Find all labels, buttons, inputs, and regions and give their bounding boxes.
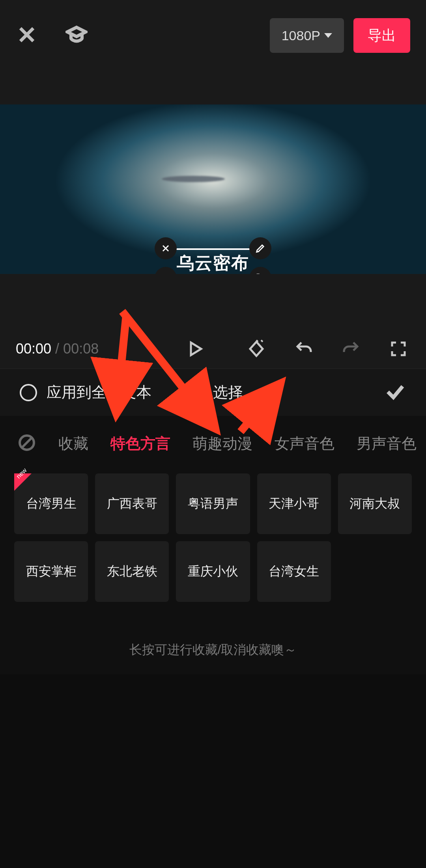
voice-option[interactable]: 东北老铁 [95, 541, 169, 602]
voice-tabs: 收藏 特色方言 萌趣动漫 女声音色 男声音色 [0, 428, 426, 459]
fullscreen-button[interactable] [389, 339, 408, 358]
voice-label: 粤语男声 [188, 495, 238, 512]
time-separator: / [51, 341, 63, 357]
voice-grid: 台湾男生 广西表哥 粤语男声 天津小哥 河南大叔 西安掌柜 东北老铁 重庆小伙 … [0, 459, 426, 606]
confirm-button[interactable] [384, 381, 406, 404]
voice-label: 西安掌柜 [26, 563, 77, 580]
export-button[interactable]: 导出 [353, 18, 410, 53]
caption-delete-handle[interactable] [155, 237, 177, 259]
hint-text: 长按可进行收藏/取消收藏噢～ [0, 606, 426, 674]
caret-down-icon [324, 33, 332, 38]
voice-label: 广西表哥 [107, 495, 157, 512]
header-spacer [0, 67, 426, 104]
transport-controls [99, 339, 410, 358]
caption-frame: 乌云密布 [166, 248, 260, 274]
close-icon[interactable] [16, 24, 38, 47]
voice-option[interactable]: 粤语男声 [176, 473, 250, 534]
header-left-group [16, 24, 88, 47]
header-right-group: 1080P 导出 [270, 18, 410, 53]
redo-button[interactable] [342, 339, 361, 358]
voice-label: 台湾女生 [269, 563, 319, 580]
voice-label: 重庆小伙 [188, 563, 238, 580]
tab-dialect[interactable]: 特色方言 [110, 434, 170, 454]
preview-decor [162, 176, 225, 182]
resolution-label: 1080P [282, 28, 320, 43]
undo-button[interactable] [294, 339, 313, 358]
resolution-selector[interactable]: 1080P [270, 18, 344, 53]
voice-option[interactable]: 广西表哥 [95, 473, 169, 534]
panel-header: 应用到全部文本 音色选择 [0, 369, 426, 416]
caption-text: 乌云密布 [177, 253, 249, 272]
preview-spacer [0, 274, 426, 329]
duration: 00:08 [63, 341, 99, 357]
tab-male[interactable]: 男声音色 [357, 434, 417, 454]
voice-option[interactable]: 台湾女生 [257, 541, 331, 602]
tab-female[interactable]: 女声音色 [275, 434, 334, 454]
voice-option[interactable]: 台湾男生 [14, 473, 88, 534]
voice-label: 天津小哥 [269, 495, 319, 512]
transport-bar: 00:00 / 00:08 [0, 329, 426, 369]
voice-label: 台湾男生 [26, 495, 77, 512]
tab-favorites[interactable]: 收藏 [58, 434, 88, 454]
play-button[interactable] [185, 339, 204, 358]
none-voice-tab[interactable] [17, 433, 36, 454]
voice-label: 东北老铁 [107, 563, 157, 580]
caption-edit-handle[interactable] [249, 237, 271, 259]
voice-option[interactable]: 重庆小伙 [176, 541, 250, 602]
panel-title: 音色选择 [183, 382, 243, 402]
caption-text-box[interactable]: 乌云密布 [166, 248, 260, 274]
panel-spacer [0, 416, 426, 428]
keyframe-button[interactable] [247, 339, 266, 358]
export-label: 导出 [368, 26, 396, 45]
app-header: 1080P 导出 [0, 0, 426, 67]
apply-all-label: 应用到全部文本 [47, 382, 151, 402]
tutorial-icon[interactable] [65, 24, 88, 47]
voice-option[interactable]: 河南大叔 [338, 473, 412, 534]
voice-option[interactable]: 西安掌柜 [14, 541, 88, 602]
current-time: 00:00 [16, 341, 51, 357]
video-preview[interactable]: 乌云密布 [0, 104, 426, 274]
new-badge [14, 473, 32, 491]
voice-label: 河南大叔 [349, 495, 400, 512]
apply-all-checkbox[interactable] [20, 384, 37, 401]
tab-anime[interactable]: 萌趣动漫 [192, 434, 252, 454]
voice-option[interactable]: 天津小哥 [257, 473, 331, 534]
time-display: 00:00 / 00:08 [16, 341, 99, 357]
